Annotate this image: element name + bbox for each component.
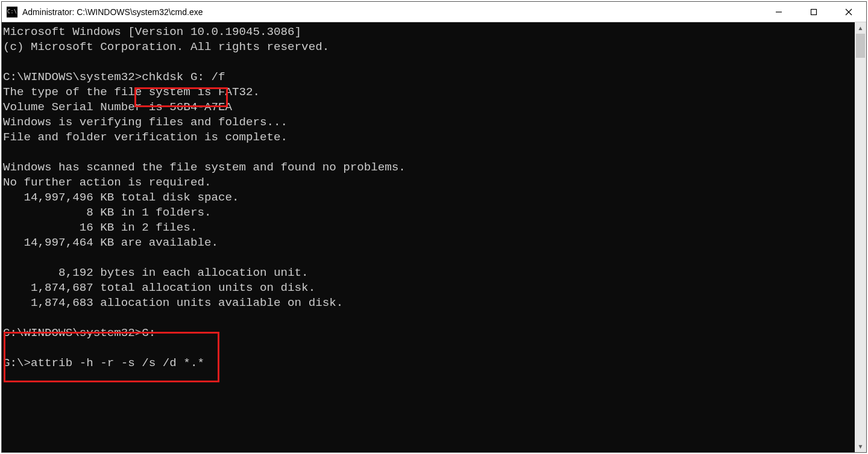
titlebar[interactable]: C:\ Administrator: C:\WINDOWS\system32\c… (2, 2, 866, 22)
terminal-line: 1,874,683 allocation units available on … (3, 296, 855, 311)
window-controls (761, 2, 866, 22)
terminal-line (3, 145, 855, 160)
terminal-line (3, 250, 855, 266)
terminal-line (3, 341, 855, 356)
terminal-line: Volume Serial Number is 56B4-A7EA (3, 100, 855, 115)
terminal-line: 14,997,496 KB total disk space. (3, 190, 855, 205)
terminal-line: C:\WINDOWS\system32>G: (3, 326, 855, 341)
terminal-line (3, 55, 855, 70)
terminal-line: 1,874,687 total allocation units on disk… (3, 281, 855, 296)
terminal-line: The type of the file system is FAT32. (3, 85, 855, 100)
svg-rect-1 (811, 9, 817, 14)
vertical-scrollbar[interactable]: ▲ ▼ (855, 22, 866, 452)
scroll-thumb[interactable] (856, 34, 865, 58)
close-button[interactable] (831, 2, 866, 22)
scroll-up-arrow[interactable]: ▲ (855, 22, 866, 34)
terminal-output[interactable]: Microsoft Windows [Version 10.0.19045.30… (2, 22, 855, 452)
terminal-client-area: Microsoft Windows [Version 10.0.19045.30… (2, 22, 866, 452)
terminal-line: 8 KB in 1 folders. (3, 205, 855, 220)
minimize-button[interactable] (761, 2, 796, 22)
terminal-line: No further action is required. (3, 175, 855, 190)
window-title: Administrator: C:\WINDOWS\system32\cmd.e… (22, 7, 761, 17)
terminal-line: 14,997,464 KB are available. (3, 235, 855, 250)
terminal-line (3, 311, 855, 326)
terminal-line (3, 371, 855, 386)
terminal-line: Windows is verifying files and folders..… (3, 115, 855, 130)
maximize-button[interactable] (796, 2, 831, 22)
terminal-line: Windows has scanned the file system and … (3, 160, 855, 175)
terminal-line: C:\WINDOWS\system32>chkdsk G: /f (3, 70, 855, 85)
terminal-line: 16 KB in 2 files. (3, 220, 855, 235)
scroll-down-arrow[interactable]: ▼ (855, 441, 866, 452)
terminal-line: (c) Microsoft Corporation. All rights re… (3, 40, 855, 55)
terminal-line: 8,192 bytes in each allocation unit. (3, 266, 855, 281)
cmd-window: C:\ Administrator: C:\WINDOWS\system32\c… (1, 1, 867, 453)
terminal-line: File and folder verification is complete… (3, 130, 855, 145)
terminal-line: G:\>attrib -h -r -s /s /d *.* (3, 356, 855, 371)
terminal-line: Microsoft Windows [Version 10.0.19045.30… (3, 25, 855, 40)
cmd-icon: C:\ (7, 7, 17, 17)
